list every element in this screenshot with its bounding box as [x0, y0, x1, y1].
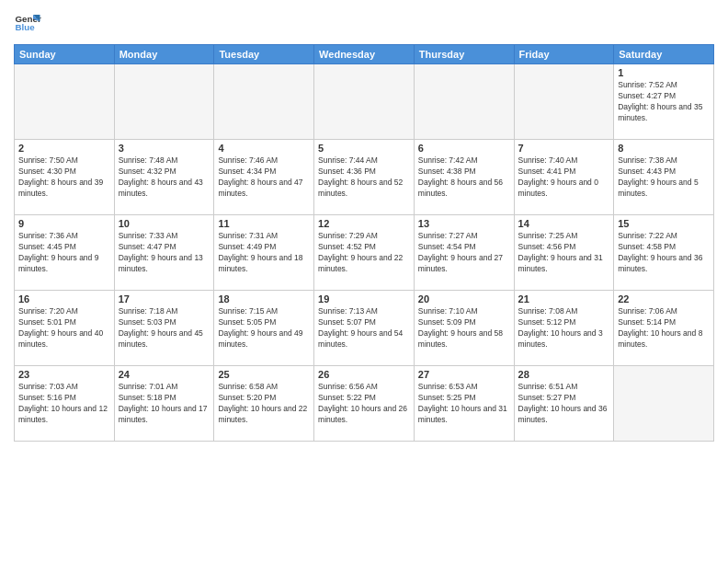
day-info: Sunrise: 7:15 AM Sunset: 5:05 PM Dayligh…: [218, 306, 310, 350]
day-number: 28: [518, 369, 610, 380]
day-info: Sunrise: 7:03 AM Sunset: 5:16 PM Dayligh…: [18, 382, 110, 426]
day-info: Sunrise: 7:48 AM Sunset: 4:32 PM Dayligh…: [119, 155, 210, 200]
day-number: 10: [119, 218, 210, 229]
day-info: Sunrise: 7:31 AM Sunset: 4:49 PM Dayligh…: [218, 231, 310, 275]
calendar-cell: 2Sunrise: 7:50 AM Sunset: 4:30 PM Daylig…: [15, 140, 115, 215]
week-row-3: 9Sunrise: 7:36 AM Sunset: 4:45 PM Daylig…: [15, 215, 714, 291]
day-info: Sunrise: 7:25 AM Sunset: 4:56 PM Dayligh…: [518, 231, 610, 275]
calendar-cell: 16Sunrise: 7:20 AM Sunset: 5:01 PM Dayli…: [15, 291, 115, 366]
weekday-header-tuesday: Tuesday: [214, 45, 314, 64]
weekday-header-friday: Friday: [514, 45, 614, 64]
calendar-cell: 21Sunrise: 7:08 AM Sunset: 5:12 PM Dayli…: [514, 291, 614, 366]
day-info: Sunrise: 7:52 AM Sunset: 4:27 PM Dayligh…: [618, 80, 710, 124]
day-number: 14: [518, 218, 610, 229]
day-number: 4: [218, 143, 310, 154]
day-number: 13: [418, 218, 510, 229]
weekday-header-sunday: Sunday: [15, 45, 115, 64]
day-number: 11: [218, 218, 310, 229]
logo-icon: General Blue: [14, 9, 41, 37]
day-number: 24: [119, 369, 210, 380]
calendar-cell: [114, 64, 214, 140]
calendar-cell: [314, 64, 415, 140]
day-number: 23: [18, 369, 110, 380]
day-number: 1: [618, 67, 710, 78]
day-number: 15: [618, 218, 710, 229]
day-number: 9: [18, 218, 110, 229]
day-number: 19: [318, 293, 410, 304]
calendar-cell: 8Sunrise: 7:38 AM Sunset: 4:43 PM Daylig…: [614, 140, 714, 215]
day-info: Sunrise: 6:51 AM Sunset: 5:27 PM Dayligh…: [518, 382, 610, 426]
calendar-cell: 10Sunrise: 7:33 AM Sunset: 4:47 PM Dayli…: [114, 215, 214, 291]
day-info: Sunrise: 6:58 AM Sunset: 5:20 PM Dayligh…: [218, 382, 310, 426]
day-info: Sunrise: 7:20 AM Sunset: 5:01 PM Dayligh…: [18, 306, 110, 350]
calendar-cell: 22Sunrise: 7:06 AM Sunset: 5:14 PM Dayli…: [614, 291, 714, 366]
day-info: Sunrise: 7:13 AM Sunset: 5:07 PM Dayligh…: [318, 306, 410, 350]
calendar-cell: 7Sunrise: 7:40 AM Sunset: 4:41 PM Daylig…: [514, 140, 614, 215]
calendar-cell: 27Sunrise: 6:53 AM Sunset: 5:25 PM Dayli…: [414, 366, 514, 442]
weekday-header-row: SundayMondayTuesdayWednesdayThursdayFrid…: [15, 45, 714, 64]
day-number: 7: [518, 143, 610, 154]
day-info: Sunrise: 7:10 AM Sunset: 5:09 PM Dayligh…: [418, 306, 510, 350]
calendar-cell: 12Sunrise: 7:29 AM Sunset: 4:52 PM Dayli…: [314, 215, 415, 291]
week-row-5: 23Sunrise: 7:03 AM Sunset: 5:16 PM Dayli…: [15, 366, 714, 442]
calendar-cell: [514, 64, 614, 140]
calendar-cell: 6Sunrise: 7:42 AM Sunset: 4:38 PM Daylig…: [414, 140, 514, 215]
day-info: Sunrise: 7:44 AM Sunset: 4:36 PM Dayligh…: [318, 155, 410, 200]
day-info: Sunrise: 7:29 AM Sunset: 4:52 PM Dayligh…: [318, 231, 410, 275]
day-info: Sunrise: 7:38 AM Sunset: 4:43 PM Dayligh…: [618, 155, 710, 200]
day-info: Sunrise: 7:01 AM Sunset: 5:18 PM Dayligh…: [119, 382, 210, 426]
day-info: Sunrise: 7:22 AM Sunset: 4:58 PM Dayligh…: [618, 231, 710, 275]
day-info: Sunrise: 7:36 AM Sunset: 4:45 PM Dayligh…: [18, 231, 110, 275]
calendar-cell: [214, 64, 314, 140]
day-number: 26: [318, 369, 410, 380]
day-number: 25: [218, 369, 310, 380]
weekday-header-thursday: Thursday: [414, 45, 514, 64]
day-info: Sunrise: 7:18 AM Sunset: 5:03 PM Dayligh…: [119, 306, 210, 350]
week-row-2: 2Sunrise: 7:50 AM Sunset: 4:30 PM Daylig…: [15, 140, 714, 215]
calendar-cell: 3Sunrise: 7:48 AM Sunset: 4:32 PM Daylig…: [114, 140, 214, 215]
calendar-cell: 4Sunrise: 7:46 AM Sunset: 4:34 PM Daylig…: [214, 140, 314, 215]
calendar-cell: 28Sunrise: 6:51 AM Sunset: 5:27 PM Dayli…: [514, 366, 614, 442]
day-info: Sunrise: 7:33 AM Sunset: 4:47 PM Dayligh…: [119, 231, 210, 275]
calendar-cell: 5Sunrise: 7:44 AM Sunset: 4:36 PM Daylig…: [314, 140, 415, 215]
day-number: 16: [18, 293, 110, 304]
week-row-1: 1Sunrise: 7:52 AM Sunset: 4:27 PM Daylig…: [15, 64, 714, 140]
day-number: 12: [318, 218, 410, 229]
day-info: Sunrise: 7:50 AM Sunset: 4:30 PM Dayligh…: [18, 155, 110, 200]
day-info: Sunrise: 7:46 AM Sunset: 4:34 PM Dayligh…: [218, 155, 310, 200]
day-number: 17: [119, 293, 210, 304]
day-info: Sunrise: 6:56 AM Sunset: 5:22 PM Dayligh…: [318, 382, 410, 426]
day-info: Sunrise: 7:40 AM Sunset: 4:41 PM Dayligh…: [518, 155, 610, 200]
calendar-cell: 1Sunrise: 7:52 AM Sunset: 4:27 PM Daylig…: [614, 64, 714, 140]
logo: General Blue: [14, 9, 41, 37]
calendar-cell: 15Sunrise: 7:22 AM Sunset: 4:58 PM Dayli…: [614, 215, 714, 291]
calendar-cell: 18Sunrise: 7:15 AM Sunset: 5:05 PM Dayli…: [214, 291, 314, 366]
day-info: Sunrise: 7:08 AM Sunset: 5:12 PM Dayligh…: [518, 306, 610, 350]
day-number: 8: [618, 143, 710, 154]
weekday-header-wednesday: Wednesday: [314, 45, 415, 64]
calendar-cell: 20Sunrise: 7:10 AM Sunset: 5:09 PM Dayli…: [414, 291, 514, 366]
day-info: Sunrise: 7:27 AM Sunset: 4:54 PM Dayligh…: [418, 231, 510, 275]
day-number: 22: [618, 293, 710, 304]
calendar-cell: 17Sunrise: 7:18 AM Sunset: 5:03 PM Dayli…: [114, 291, 214, 366]
calendar-cell: 23Sunrise: 7:03 AM Sunset: 5:16 PM Dayli…: [15, 366, 115, 442]
header: General Blue: [14, 9, 714, 37]
day-number: 18: [218, 293, 310, 304]
day-number: 3: [119, 143, 210, 154]
calendar-cell: 13Sunrise: 7:27 AM Sunset: 4:54 PM Dayli…: [414, 215, 514, 291]
calendar-cell: [414, 64, 514, 140]
calendar-table: SundayMondayTuesdayWednesdayThursdayFrid…: [14, 44, 714, 442]
calendar-cell: 9Sunrise: 7:36 AM Sunset: 4:45 PM Daylig…: [15, 215, 115, 291]
day-number: 27: [418, 369, 510, 380]
calendar-cell: 25Sunrise: 6:58 AM Sunset: 5:20 PM Dayli…: [214, 366, 314, 442]
calendar-cell: 19Sunrise: 7:13 AM Sunset: 5:07 PM Dayli…: [314, 291, 415, 366]
calendar-cell: 26Sunrise: 6:56 AM Sunset: 5:22 PM Dayli…: [314, 366, 415, 442]
day-info: Sunrise: 7:06 AM Sunset: 5:14 PM Dayligh…: [618, 306, 710, 350]
weekday-header-monday: Monday: [114, 45, 214, 64]
week-row-4: 16Sunrise: 7:20 AM Sunset: 5:01 PM Dayli…: [15, 291, 714, 366]
weekday-header-saturday: Saturday: [614, 45, 714, 64]
day-number: 20: [418, 293, 510, 304]
day-number: 2: [18, 143, 110, 154]
calendar-cell: 14Sunrise: 7:25 AM Sunset: 4:56 PM Dayli…: [514, 215, 614, 291]
day-info: Sunrise: 6:53 AM Sunset: 5:25 PM Dayligh…: [418, 382, 510, 426]
